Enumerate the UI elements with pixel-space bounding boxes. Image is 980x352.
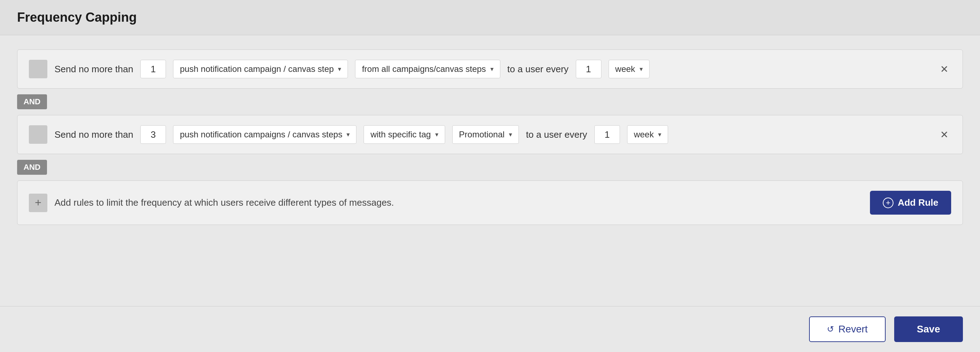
period-dropdown-arrow-1: ▾ <box>640 65 643 73</box>
to-user-label-1: to a user every <box>508 64 569 75</box>
rule-row-1: Send no more than push notification camp… <box>17 49 963 89</box>
source-dropdown-arrow-1: ▾ <box>490 65 493 73</box>
remove-rule-1-button[interactable]: ✕ <box>937 62 951 76</box>
period-dropdown-text-1: week <box>615 64 635 74</box>
tag-dropdown-arrow-2: ▾ <box>509 131 512 138</box>
add-rule-button-label: Add Rule <box>898 197 938 208</box>
period-dropdown-text-2: week <box>634 130 654 140</box>
send-no-more-label-2: Send no more than <box>54 129 133 140</box>
type-dropdown-1[interactable]: push notification campaign / canvas step… <box>173 60 348 78</box>
to-user-label-2: to a user every <box>526 129 587 140</box>
footer: ↺ Revert Save <box>0 306 980 352</box>
and-label-2: AND <box>24 163 41 172</box>
and-badge-2: AND <box>17 160 47 175</box>
rules-container: Send no more than push notification camp… <box>17 49 963 225</box>
send-no-more-label-1: Send no more than <box>54 64 133 75</box>
remove-rule-2-button[interactable]: ✕ <box>937 127 951 142</box>
rule-handle-1 <box>29 60 47 78</box>
content-area: Send no more than push notification camp… <box>0 35 980 306</box>
frequency-count-input-1[interactable] <box>576 60 601 78</box>
period-dropdown-arrow-2: ▾ <box>658 131 661 138</box>
tag-dropdown-2[interactable]: Promotional ▾ <box>452 125 519 144</box>
page-title: Frequency Capping <box>17 10 137 25</box>
source-dropdown-2[interactable]: with specific tag ▾ <box>364 125 445 144</box>
add-rule-plus-circle: + <box>883 198 894 208</box>
and-badge-1: AND <box>17 94 47 109</box>
source-dropdown-text-1: from all campaigns/canvas steps <box>362 64 486 74</box>
type-dropdown-text-2: push notification campaigns / canvas ste… <box>180 130 342 140</box>
add-rule-button[interactable]: + Add Rule <box>870 191 951 215</box>
source-dropdown-1[interactable]: from all campaigns/canvas steps ▾ <box>355 60 500 78</box>
count-input-1[interactable] <box>140 60 166 78</box>
source-dropdown-arrow-2: ▾ <box>435 131 438 138</box>
type-dropdown-arrow-1: ▾ <box>338 65 341 73</box>
count-input-2[interactable] <box>140 125 166 144</box>
source-dropdown-text-2: with specific tag <box>370 130 431 140</box>
rule-handle-2 <box>29 125 47 144</box>
page-header: Frequency Capping <box>0 0 980 35</box>
revert-icon: ↺ <box>827 324 834 334</box>
type-dropdown-text-1: push notification campaign / canvas step <box>180 64 334 74</box>
plus-icon: + <box>29 193 47 212</box>
type-dropdown-arrow-2: ▾ <box>347 131 350 138</box>
add-rule-placeholder-text: Add rules to limit the frequency at whic… <box>54 197 863 208</box>
frequency-count-input-2[interactable] <box>594 125 620 144</box>
add-rule-row: + Add rules to limit the frequency at wh… <box>17 181 963 225</box>
revert-button-label: Revert <box>838 323 867 335</box>
revert-button[interactable]: ↺ Revert <box>809 316 885 342</box>
rule-row-2: Send no more than push notification camp… <box>17 115 963 154</box>
period-dropdown-1[interactable]: week ▾ <box>609 60 649 78</box>
period-dropdown-2[interactable]: week ▾ <box>627 125 668 144</box>
tag-dropdown-text-2: Promotional <box>459 130 504 140</box>
page-wrapper: Frequency Capping Send no more than push… <box>0 0 980 352</box>
save-button-label: Save <box>917 323 940 335</box>
save-button[interactable]: Save <box>894 316 963 342</box>
type-dropdown-2[interactable]: push notification campaigns / canvas ste… <box>173 125 356 144</box>
and-label-1: AND <box>24 97 41 106</box>
